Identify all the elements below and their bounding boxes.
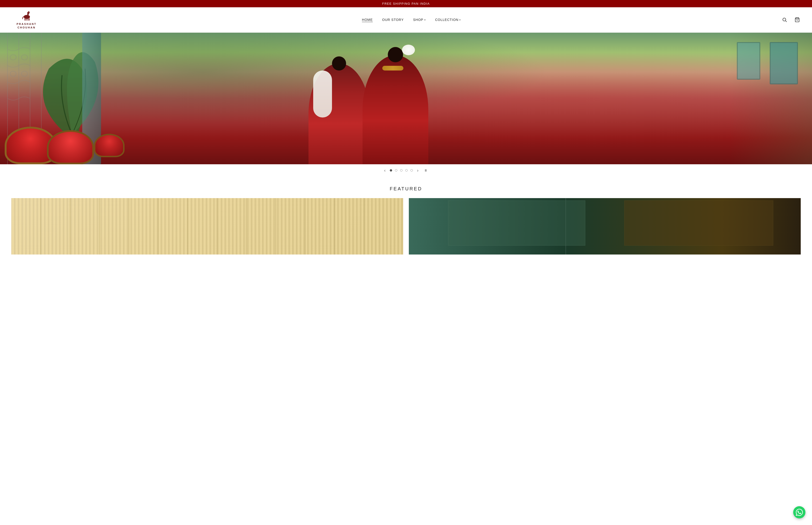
svg-point-8 — [783, 18, 786, 21]
header-icons — [781, 16, 801, 23]
cart-icon — [795, 17, 800, 22]
slider-controls: ‹ › ⏸ — [0, 164, 812, 177]
curtain-folds — [11, 198, 403, 255]
slider-prev-button[interactable]: ‹ — [383, 168, 387, 174]
logo[interactable]: PRASHANT CHOUHAN — [11, 10, 42, 30]
svg-line-9 — [786, 21, 787, 22]
slider-pause-button[interactable]: ⏸ — [423, 168, 429, 173]
featured-card-1[interactable] — [11, 198, 403, 255]
slider-dot-3[interactable] — [405, 169, 408, 171]
featured-section: FEATURED — [0, 177, 812, 259]
flower-baskets — [0, 122, 136, 164]
site-header: PRASHANT CHOUHAN HOME OUR STORY SHOP ▾ C… — [0, 7, 812, 33]
announcement-bar: FREE SHIPPING PAN INDIA — [0, 0, 812, 7]
collection-chevron-icon: ▾ — [459, 18, 461, 21]
featured-title: FEATURED — [11, 186, 801, 192]
brand-name: PRASHANT CHOUHAN — [16, 22, 36, 30]
announcement-text: FREE SHIPPING PAN INDIA — [382, 2, 430, 5]
slider-dot-2[interactable] — [400, 169, 402, 171]
card-2-panel — [624, 200, 773, 245]
shop-chevron-icon: ▾ — [424, 18, 426, 21]
svg-rect-5 — [29, 18, 30, 21]
search-button[interactable] — [781, 16, 788, 23]
svg-rect-4 — [28, 18, 28, 20]
horse-icon — [21, 10, 32, 21]
svg-point-18 — [21, 71, 28, 76]
slider-dot-4[interactable] — [411, 169, 413, 171]
slider-next-button[interactable]: › — [416, 168, 420, 174]
featured-card-2[interactable] — [409, 198, 801, 255]
nav-collection[interactable]: COLLECTION ▾ — [435, 18, 461, 21]
featured-grid — [11, 198, 801, 255]
svg-rect-3 — [26, 18, 27, 20]
svg-point-0 — [24, 15, 30, 19]
pause-icon: ⏸ — [424, 168, 428, 172]
nav-home[interactable]: HOME — [362, 18, 373, 21]
svg-point-16 — [21, 55, 28, 60]
svg-rect-2 — [25, 18, 25, 21]
nav-shop[interactable]: SHOP ▾ — [413, 18, 426, 21]
nav-our-story[interactable]: OUR STORY — [382, 18, 404, 21]
hero-image — [0, 33, 812, 164]
hero-slider — [0, 33, 812, 164]
main-nav: HOME OUR STORY SHOP ▾ COLLECTION ▾ — [362, 18, 461, 21]
svg-point-17 — [10, 71, 16, 76]
slider-dot-0[interactable] — [390, 169, 392, 171]
hero-figures — [308, 46, 438, 164]
svg-point-15 — [10, 55, 16, 60]
card-2-door — [448, 200, 585, 245]
slider-dot-1[interactable] — [395, 169, 397, 171]
cart-button[interactable] — [794, 16, 801, 23]
search-icon — [782, 17, 787, 22]
